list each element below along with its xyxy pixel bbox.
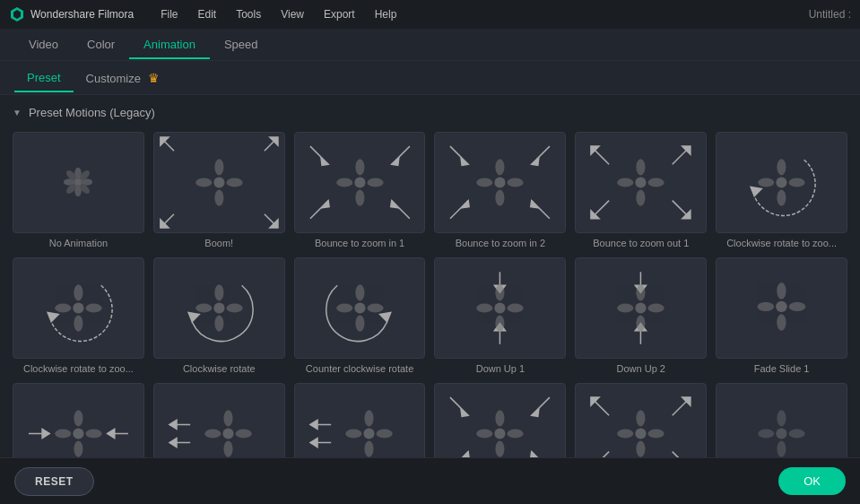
svg-point-165 <box>777 440 786 456</box>
anim-thumb-no-animation[interactable] <box>13 132 144 233</box>
menu-export[interactable]: Export <box>315 4 364 24</box>
svg-point-100 <box>636 302 647 313</box>
svg-marker-120 <box>169 420 177 429</box>
svg-point-85 <box>336 303 352 312</box>
list-item[interactable]: Fade Zoom In <box>434 383 566 457</box>
ok-button[interactable]: OK <box>778 467 846 495</box>
list-item[interactable]: Fade2 <box>716 383 847 457</box>
tab-animation[interactable]: Animation <box>129 30 210 58</box>
list-item[interactable]: Clockwise rotate to zoo... <box>716 132 847 248</box>
svg-point-47 <box>496 190 505 206</box>
menu-view[interactable]: View <box>272 4 313 24</box>
svg-point-35 <box>336 178 352 187</box>
window-title: Untitled : <box>809 8 851 21</box>
svg-point-74 <box>85 303 101 312</box>
subtab-preset[interactable]: Preset <box>14 64 74 91</box>
anim-thumb-counter-clockwise-rotate[interactable] <box>294 257 426 359</box>
tab-video[interactable]: Video <box>14 30 73 58</box>
anim-thumb-down-up-1[interactable] <box>434 257 566 359</box>
svg-point-59 <box>637 159 646 175</box>
svg-point-102 <box>637 315 646 331</box>
svg-point-149 <box>508 429 524 438</box>
section-header[interactable]: ▼ Preset Motions (Legacy) <box>13 106 847 119</box>
anim-thumb-clockwise-rotate[interactable] <box>153 257 285 359</box>
svg-point-22 <box>195 178 212 187</box>
list-item[interactable]: No Animation <box>13 132 144 248</box>
svg-point-66 <box>777 190 786 206</box>
svg-point-92 <box>496 284 505 300</box>
svg-marker-42 <box>463 201 470 208</box>
tab-bar: Video Color Animation Speed <box>0 29 860 61</box>
svg-point-164 <box>777 410 786 426</box>
anim-label: Down Up 2 <box>575 363 707 374</box>
list-item[interactable]: Fade Slide 3 <box>153 383 285 457</box>
svg-point-79 <box>195 303 212 312</box>
list-item[interactable]: Boom! <box>153 132 285 248</box>
tab-speed[interactable]: Speed <box>210 30 273 58</box>
svg-point-159 <box>637 410 646 426</box>
svg-point-126 <box>204 429 221 438</box>
list-item[interactable]: Counter clockwise rotate <box>294 257 426 374</box>
anim-thumb-fade-slide-3[interactable] <box>153 383 285 457</box>
anim-thumb-bounce-zoom-out-1[interactable] <box>575 132 707 233</box>
subtab-customize[interactable]: Customize ♛ <box>74 64 172 92</box>
svg-point-76 <box>213 302 224 313</box>
list-item[interactable]: Clockwise rotate to zoo... <box>13 257 144 374</box>
anim-thumb-fade2[interactable] <box>716 383 847 457</box>
anim-thumb-fade-slide-1[interactable] <box>716 257 847 359</box>
svg-marker-38 <box>462 158 469 165</box>
tab-color[interactable]: Color <box>73 30 129 58</box>
anim-thumb-boom[interactable] <box>153 132 285 233</box>
anim-thumb-down-up-2[interactable] <box>575 257 707 359</box>
list-item[interactable]: Bounce to zoom in 2 <box>434 132 566 248</box>
svg-point-64 <box>777 177 787 187</box>
list-item[interactable]: Clockwise rotate <box>153 257 285 374</box>
svg-point-133 <box>364 410 373 426</box>
svg-point-127 <box>235 429 251 438</box>
list-item[interactable]: Fade Slide 4 <box>294 383 426 457</box>
menu-edit[interactable]: Edit <box>189 4 226 24</box>
svg-point-34 <box>355 190 364 206</box>
svg-point-33 <box>355 159 364 175</box>
anim-thumb-bounce-zoom-in-2[interactable] <box>434 132 566 233</box>
counter-clockwise-rotate-icon <box>295 258 425 358</box>
svg-marker-140 <box>532 409 539 416</box>
anim-thumb-clockwise-rotate-zoo-2[interactable] <box>13 257 144 359</box>
list-item[interactable]: Fade Zoom Out <box>575 383 707 457</box>
list-item[interactable]: Down Up 1 <box>434 257 566 374</box>
menu-file[interactable]: File <box>152 4 187 24</box>
svg-point-136 <box>376 429 392 438</box>
svg-marker-138 <box>462 409 469 416</box>
reset-button[interactable]: RESET <box>14 467 94 496</box>
clockwise-rotate-zoo-2-icon <box>13 258 143 358</box>
svg-point-105 <box>776 301 786 312</box>
menu-bar: File Edit Tools View Export Help <box>152 4 808 24</box>
anim-thumb-fade-slide-4[interactable] <box>294 383 426 457</box>
anim-label: No Animation <box>13 238 144 248</box>
list-item[interactable]: Fade Slide 1 <box>716 257 847 374</box>
list-item[interactable]: Fade Slide 2 <box>13 383 144 457</box>
main-content: ▼ Preset Motions (Legacy) No Animation <box>0 95 860 457</box>
fade2-icon <box>717 384 847 457</box>
anim-thumb-fade-zoom-in[interactable] <box>434 383 566 457</box>
svg-point-23 <box>226 178 242 187</box>
svg-point-78 <box>214 315 223 331</box>
svg-marker-31 <box>390 201 397 208</box>
clockwise-rotate-zoo-icon <box>717 133 847 232</box>
list-item[interactable]: Bounce to zoom out 1 <box>575 132 707 248</box>
anim-thumb-fade-slide-2[interactable] <box>13 383 144 457</box>
menu-help[interactable]: Help <box>366 4 406 24</box>
svg-point-148 <box>477 429 493 438</box>
list-item[interactable]: Bounce to zoom in 1 <box>294 132 426 248</box>
svg-point-46 <box>496 159 505 175</box>
anim-thumb-bounce-zoom-in-1[interactable] <box>294 132 426 233</box>
anim-thumb-clockwise-rotate-zoo[interactable] <box>716 132 847 233</box>
animation-grid: No Animation <box>13 132 847 457</box>
list-item[interactable]: Down Up 2 <box>575 257 707 374</box>
svg-point-135 <box>345 429 361 438</box>
svg-point-107 <box>777 314 786 331</box>
anim-thumb-fade-zoom-out[interactable] <box>575 383 707 457</box>
bounce-zoom-in-1-icon <box>295 133 425 232</box>
menu-tools[interactable]: Tools <box>227 4 270 24</box>
svg-point-103 <box>618 303 634 312</box>
